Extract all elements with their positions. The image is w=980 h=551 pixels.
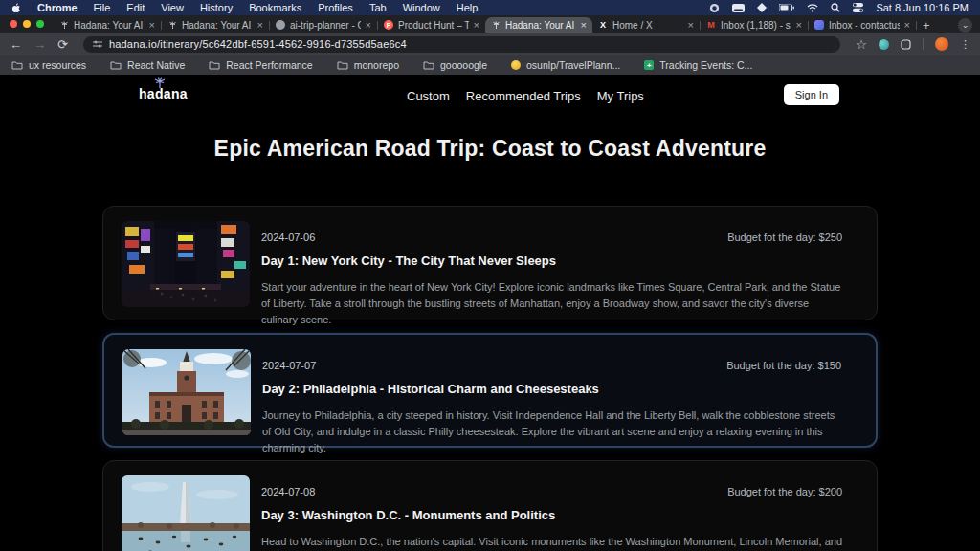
wifi-icon[interactable] bbox=[807, 4, 818, 12]
independence-hall-photo bbox=[122, 349, 251, 435]
bookmark-folder-react-native[interactable]: React Native bbox=[110, 59, 185, 71]
day-meta-row: 2024-07-08 Budget fot the day: $200 bbox=[261, 486, 842, 497]
tab-hadana-2[interactable]: Hadana: Your AI travel pl × bbox=[162, 17, 269, 33]
times-square-night-photo bbox=[122, 221, 250, 307]
day-card-body: 2024-07-07 Budget fot the day: $150 Day … bbox=[262, 360, 841, 456]
day-card-body: 2024-07-06 Budget fot the day: $250 Day … bbox=[261, 231, 842, 328]
day-title: Day 1: New York City - The City That Nev… bbox=[261, 253, 842, 268]
menubar-clock[interactable]: Sat 8 Jun 10:16 PM bbox=[876, 2, 969, 13]
washington-monument-photo bbox=[122, 475, 250, 551]
stats-icon[interactable] bbox=[709, 3, 720, 13]
tab-separator bbox=[916, 21, 917, 30]
day-card-1[interactable]: 2024-07-06 Budget fot the day: $250 Day … bbox=[102, 206, 878, 320]
day-budget: Budget fot the day: $250 bbox=[727, 231, 842, 243]
tab-search-chevron-icon[interactable]: ⌄ bbox=[958, 18, 972, 33]
bookmark-folder-react-performance[interactable]: React Performance bbox=[209, 59, 312, 71]
tab-hadana-1[interactable]: Hadana: Your AI travel pl × bbox=[54, 17, 161, 33]
menu-history[interactable]: History bbox=[200, 2, 233, 13]
site-settings-tune-icon[interactable] bbox=[93, 39, 102, 49]
nav-my-trips[interactable]: My Trips bbox=[595, 89, 646, 103]
tab-title: Home / X bbox=[612, 20, 683, 31]
close-icon[interactable]: × bbox=[474, 20, 479, 31]
tab-github[interactable]: ai-trip-planner - Overvie × bbox=[270, 17, 377, 33]
forward-icon[interactable]: → bbox=[33, 38, 46, 51]
bookmark-label: ux resources bbox=[29, 59, 86, 71]
bookmark-star-icon[interactable]: ☆ bbox=[856, 38, 867, 51]
toolbar-divider bbox=[923, 38, 924, 50]
menu-profiles[interactable]: Profiles bbox=[318, 2, 353, 13]
day-card-3[interactable]: 2024-07-08 Budget fot the day: $200 Day … bbox=[102, 460, 878, 551]
hadana-itinerary-page: hadana Custom Recommended Trips My Trips… bbox=[0, 75, 980, 551]
menu-file[interactable]: File bbox=[94, 2, 111, 13]
gmail-favicon: M bbox=[706, 20, 716, 30]
day-description: Head to Washington D.C., the nation's ca… bbox=[261, 534, 842, 551]
raycast-icon[interactable] bbox=[757, 3, 767, 12]
tab-superhuman-inbox[interactable]: Inbox - contactus@hada × bbox=[809, 17, 916, 33]
bookmark-osunlp-travelplanner[interactable]: osunlp/TravelPlann... bbox=[511, 59, 620, 71]
bookmark-folder-monorepo[interactable]: monorepo bbox=[337, 59, 399, 71]
tab-x-home[interactable]: X Home / X × bbox=[592, 17, 700, 33]
day-date: 2024-07-06 bbox=[261, 231, 315, 243]
folder-icon bbox=[209, 60, 220, 70]
chrome-menu-icon[interactable]: ⋮ bbox=[960, 38, 970, 51]
tab-hadana-active[interactable]: Hadana: Your AI travel pl × bbox=[485, 17, 592, 33]
menu-chrome[interactable]: Chrome bbox=[37, 2, 78, 13]
new-tab-button[interactable]: + bbox=[923, 18, 930, 33]
sheets-icon: + bbox=[644, 60, 654, 70]
close-icon[interactable]: × bbox=[688, 20, 694, 31]
tab-title: ai-trip-planner - Overvie bbox=[290, 20, 361, 31]
minimize-window-button[interactable] bbox=[23, 20, 31, 28]
close-icon[interactable]: × bbox=[257, 20, 263, 31]
menu-view[interactable]: View bbox=[161, 2, 184, 13]
keyboard-icon[interactable] bbox=[732, 4, 745, 12]
menu-bookmarks[interactable]: Bookmarks bbox=[249, 2, 301, 13]
search-icon[interactable] bbox=[831, 3, 840, 12]
close-icon[interactable]: × bbox=[149, 20, 155, 31]
day-meta-row: 2024-07-06 Budget fot the day: $250 bbox=[261, 231, 842, 243]
folder-icon bbox=[110, 60, 122, 70]
close-icon[interactable]: × bbox=[796, 20, 802, 31]
nav-custom[interactable]: Custom bbox=[405, 89, 452, 103]
menu-window[interactable]: Window bbox=[403, 2, 440, 13]
day-card-2-selected[interactable]: 2024-07-07 Budget fot the day: $150 Day … bbox=[102, 333, 878, 448]
day-date: 2024-07-08 bbox=[261, 486, 315, 497]
bookmark-folder-gooooogle[interactable]: gooooogle bbox=[423, 59, 487, 71]
day-meta-row: 2024-07-07 Budget fot the day: $150 bbox=[262, 360, 841, 371]
window-controls bbox=[0, 15, 54, 33]
battery-icon[interactable] bbox=[779, 4, 794, 11]
day-title: Day 3: Washington D.C. - Monuments and P… bbox=[261, 508, 842, 522]
sign-in-button[interactable]: Sign In bbox=[784, 84, 839, 105]
tab-gmail-inbox[interactable]: M Inbox (1,188) - saichand × bbox=[701, 17, 808, 33]
tab-producthunt[interactable]: P Product Hunt – The best × bbox=[378, 17, 485, 33]
day-title: Day 2: Philadelphia - Historical Charm a… bbox=[262, 382, 841, 396]
bookmark-folder-ux-resources[interactable]: ux resources bbox=[11, 59, 86, 71]
control-center-icon[interactable] bbox=[853, 3, 863, 12]
close-icon[interactable]: × bbox=[581, 20, 587, 31]
bookmark-tracking-events-sheet[interactable]: + Tracking Events: C... bbox=[644, 59, 752, 71]
extension-icon[interactable] bbox=[879, 39, 889, 50]
folder-icon bbox=[337, 60, 348, 70]
menu-edit[interactable]: Edit bbox=[126, 2, 145, 13]
macos-menubar: Chrome File Edit View History Bookmarks … bbox=[0, 0, 980, 15]
address-bar[interactable]: hadana.io/itinerary/5c642dbf-6591-4562-9… bbox=[83, 36, 840, 53]
site-header: hadana Custom Recommended Trips My Trips… bbox=[0, 75, 980, 119]
menu-tab[interactable]: Tab bbox=[369, 2, 387, 13]
day-card-body: 2024-07-08 Budget fot the day: $200 Day … bbox=[261, 486, 842, 551]
hadana-logo[interactable]: hadana bbox=[139, 86, 188, 101]
bookmark-label: Tracking Events: C... bbox=[659, 59, 752, 71]
profile-avatar[interactable] bbox=[935, 37, 948, 51]
fullscreen-window-button[interactable] bbox=[36, 20, 44, 28]
close-icon[interactable]: × bbox=[366, 20, 371, 31]
x-favicon: X bbox=[598, 20, 608, 30]
url-text[interactable]: hadana.io/itinerary/5c642dbf-6591-4562-9… bbox=[109, 38, 407, 50]
extensions-puzzle-icon[interactable] bbox=[901, 39, 911, 50]
nav-recommended-trips[interactable]: Recommended Trips bbox=[464, 89, 583, 103]
menu-help[interactable]: Help bbox=[457, 2, 479, 13]
producthunt-favicon: P bbox=[384, 20, 393, 30]
apple-logo-icon[interactable] bbox=[11, 3, 21, 13]
day-budget: Budget fot the day: $200 bbox=[727, 486, 842, 497]
close-icon[interactable]: × bbox=[904, 20, 910, 31]
reload-icon[interactable]: ⟳ bbox=[57, 38, 68, 51]
close-window-button[interactable] bbox=[10, 20, 17, 28]
back-icon[interactable]: ← bbox=[10, 38, 22, 51]
